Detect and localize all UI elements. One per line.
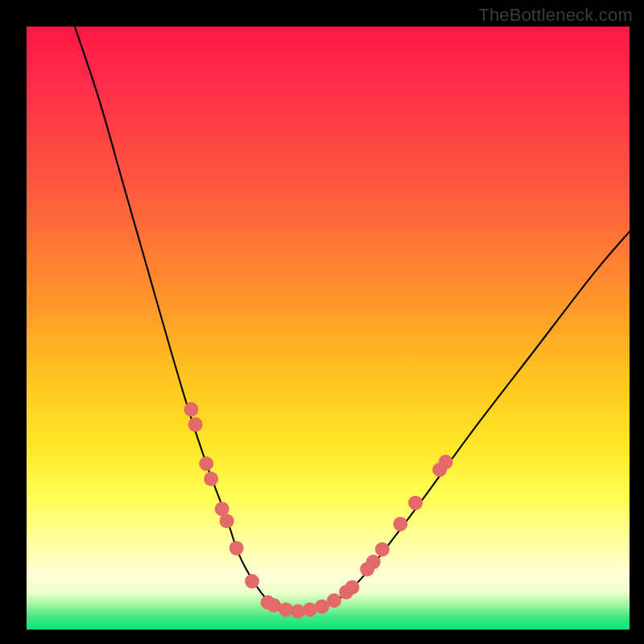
highlight-dot xyxy=(204,472,218,486)
watermark-label: TheBottleneck.com xyxy=(478,5,633,26)
chart-svg xyxy=(27,27,630,630)
chart-frame: TheBottleneck.com xyxy=(0,0,644,644)
highlight-dot xyxy=(184,402,199,417)
highlight-dot xyxy=(375,542,390,556)
highlight-dot xyxy=(439,455,453,469)
highlight-dot xyxy=(345,580,360,595)
highlight-dot xyxy=(366,555,381,569)
highlight-dot xyxy=(188,417,203,431)
highlight-dot xyxy=(229,541,244,555)
highlight-dot xyxy=(245,574,259,588)
highlight-dot xyxy=(327,593,341,608)
highlight-dot xyxy=(408,496,423,510)
plot-area xyxy=(27,27,630,630)
highlight-dot xyxy=(393,517,407,531)
highlight-dot xyxy=(303,602,317,617)
bottleneck-curve xyxy=(75,27,630,612)
highlight-dot-group xyxy=(184,402,453,619)
highlight-dot xyxy=(199,456,213,471)
highlight-dot xyxy=(220,514,234,528)
